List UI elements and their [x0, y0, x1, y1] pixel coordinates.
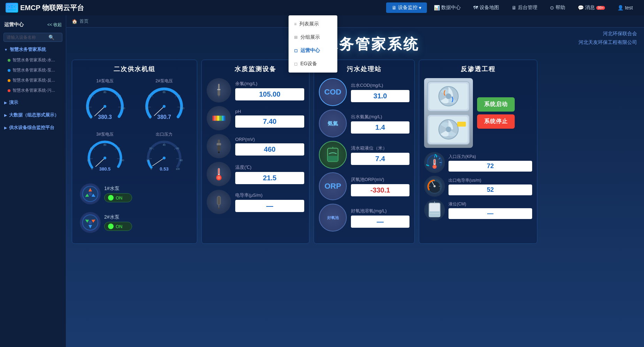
nav-messages[interactable]: 💬 消息 99+ — [572, 2, 611, 13]
map-icon: 🗺 — [473, 5, 478, 10]
sidebar-item-water2[interactable]: 智慧水务管家系统-泵... — [0, 65, 66, 75]
sw-water-level-value: 7.4 — [351, 153, 409, 165]
sw-row-anaerobic-orp: ORP 厌氧池ORP(mV) -330.1 — [319, 172, 409, 200]
gauge-value-pressure: 0.53 — [160, 166, 168, 172]
pump-row-1: 1#水泵 ON — [77, 181, 192, 206]
sidebar-group-title-demo[interactable]: ▶ 演示 — [0, 97, 66, 108]
svg-point-60 — [89, 221, 92, 224]
wq-row-orp: ORP(mV) 460 — [207, 134, 304, 158]
svg-text:100: 100 — [121, 107, 125, 110]
gauges-row-2: 3#泵电压 — [77, 131, 192, 177]
svg-point-1 — [8, 5, 11, 8]
nav-device-map[interactable]: 🗺 设备地图 — [468, 2, 505, 13]
svg-point-92 — [446, 93, 451, 99]
wq-ph-label: pH — [235, 109, 304, 114]
gauge-value-pump2: 380.7 — [157, 114, 171, 120]
sidebar-collapse-btn[interactable]: << 收起 — [47, 22, 62, 28]
search-icon[interactable]: 🔍 — [48, 35, 54, 40]
svg-rect-72 — [222, 116, 224, 121]
sw-orp-info: 厌氧池ORP(mV) -330.1 — [351, 176, 409, 196]
ro-stop-button[interactable]: 系统停止 — [477, 114, 515, 129]
wq-conductivity-value: — — [235, 200, 304, 212]
dropdown-group-view[interactable]: ⊞ 分组展示 — [289, 31, 337, 44]
nav-user[interactable]: 👤 test — [612, 3, 638, 13]
wq-conductivity-label: 电导率(μS/m) — [235, 192, 304, 198]
svg-point-29 — [163, 105, 166, 108]
svg-text:20: 20 — [149, 147, 152, 150]
ro-level-value: — — [449, 208, 532, 219]
nav-backend[interactable]: 🖥 后台管理 — [506, 2, 543, 13]
wq-row-chlorine: 余氯(mg/L) 105.00 — [207, 78, 304, 103]
sw-orp-value: -330.1 — [351, 184, 409, 196]
svg-rect-76 — [217, 145, 221, 151]
sidebar-item-water3[interactable]: 智慧水务管家系统-反... — [0, 75, 66, 85]
nav-device-monitor[interactable]: 🖥 设备监控 ▾ — [386, 2, 427, 13]
company-line1: 河北环保联合会 — [578, 29, 637, 38]
pump2-name: 2#水泵 — [104, 214, 132, 220]
dropdown-ops-center[interactable]: ◻ 运营中心 — [289, 44, 337, 57]
sidebar-group-title-smart-water[interactable]: ▼ 智慧水务管家系统 — [0, 44, 66, 55]
panel-secondary-pump: 二次供水机组 1#泵电压 — [72, 60, 197, 244]
pump-row-2: 2#水泵 ON — [77, 210, 192, 235]
panel-reverse-osmosis: 反渗透工程 — [419, 60, 537, 244]
svg-point-105 — [434, 166, 436, 168]
sidebar-group-demo: ▶ 演示 — [0, 97, 66, 108]
logo-icon — [6, 3, 18, 13]
sidebar-item-water1[interactable]: 智慧水务管家系统-水... — [0, 55, 66, 65]
svg-rect-83 — [217, 196, 221, 205]
svg-line-55 — [152, 158, 164, 166]
panel-water-quality: 水质监测设备 余氯(mg/L) 105.00 — [201, 60, 309, 244]
ro-machine-image — [424, 78, 473, 148]
sidebar-group-title-bigdata[interactable]: ▶ 大数据（组态形式展示） — [0, 110, 66, 121]
wq-ph-value: 7.40 — [235, 115, 304, 128]
svg-text:20: 20 — [87, 159, 90, 161]
svg-text:60: 60 — [104, 91, 106, 93]
svg-rect-61 — [218, 84, 220, 89]
ro-level-label: 液位(CM) — [449, 201, 532, 207]
svg-point-78 — [218, 152, 220, 153]
svg-text:40: 40 — [90, 147, 93, 150]
dropdown-eg-device[interactable]: ◻ EG设备 — [289, 57, 337, 70]
sw-water-level-label: 清水箱液位（米） — [351, 145, 409, 151]
arrow-down-icon: ▼ — [4, 48, 8, 52]
svg-text:100: 100 — [120, 159, 124, 161]
pump1-info: 1#水泵 ON — [104, 186, 132, 202]
svg-point-56 — [163, 157, 166, 159]
ro-inlet-label: 入口压力(KPa) — [449, 154, 532, 160]
svg-point-16 — [104, 105, 106, 108]
sidebar-group-title-watersupply[interactable]: ▶ 供水设备综合监控平台 — [0, 122, 66, 133]
pump1-toggle[interactable]: ON — [104, 193, 132, 202]
nav-help[interactable]: ⊙ 帮助 — [544, 2, 571, 13]
sidebar-group-smart-water: ▼ 智慧水务管家系统 智慧水务管家系统-水... 智慧水务管家系统-泵... 智… — [0, 44, 66, 96]
svg-text:20: 20 — [86, 107, 89, 110]
ro-metrics: 入口压力(KPa) 72 — [424, 152, 532, 220]
gauge-pump1: 60 40 80 20 100 0 380.3 — [84, 85, 126, 127]
ro-start-button[interactable]: 系统启动 — [477, 97, 515, 112]
sw-do-info: 好氧池溶氧(mg/L) — — [351, 208, 409, 228]
sidebar-item-water4[interactable]: 智慧水务管家系统-污... — [0, 85, 66, 96]
pump2-toggle[interactable]: ON — [104, 222, 132, 231]
app-logo: EMCP 物联网云平台 — [6, 3, 84, 13]
dropdown-list-view[interactable]: ≡ 列表展示 — [289, 17, 337, 31]
wq-chlorine-label: 余氯(mg/L) — [235, 81, 304, 87]
ro-buttons: 系统启动 系统停止 — [477, 78, 515, 148]
message-icon: 💬 — [578, 5, 584, 10]
svg-point-82 — [217, 176, 221, 180]
company-info: 河北环保联合会 河北天友环保工程有限公司 — [578, 29, 637, 47]
svg-text:80: 80 — [180, 159, 183, 161]
ph-icon — [207, 106, 231, 130]
svg-text:0: 0 — [91, 168, 93, 170]
wq-orp-value: 460 — [235, 143, 304, 156]
sw-row-cod: COD 出水COD(mg/L) 31.0 — [319, 78, 409, 106]
sw-ammonia-value: 1.4 — [351, 121, 409, 134]
ro-inlet-info: 入口压力(KPa) 72 — [449, 154, 532, 172]
svg-rect-63 — [217, 90, 220, 96]
nav-data-center[interactable]: 📊 数据中心 — [428, 2, 466, 13]
svg-text:100: 100 — [180, 107, 184, 110]
sidebar-header: 运营中心 << 收起 — [0, 19, 66, 31]
status-dot — [8, 69, 10, 72]
svg-rect-71 — [221, 116, 222, 121]
search-input[interactable] — [7, 35, 48, 40]
panel-title-secondary-pump: 二次供水机组 — [77, 65, 192, 73]
wq-conductivity-info: 电导率(μS/m) — — [235, 192, 304, 212]
